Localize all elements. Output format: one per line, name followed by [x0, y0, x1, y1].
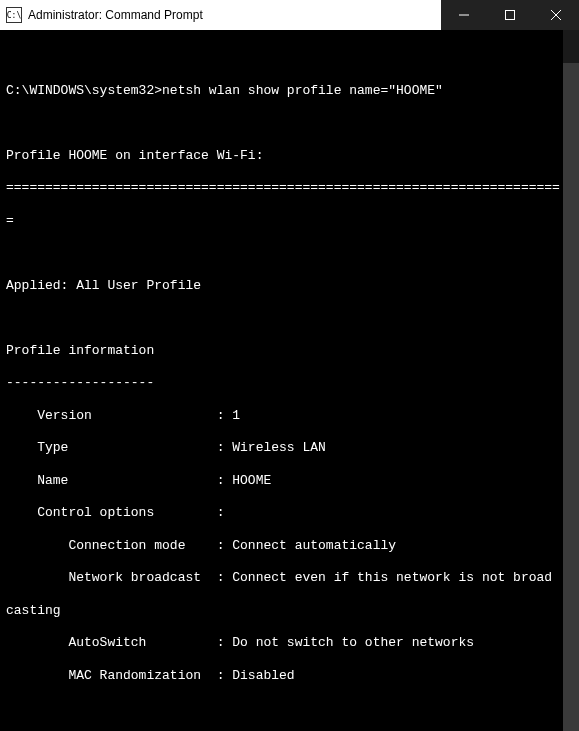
- kv-row: Control options :: [6, 505, 573, 521]
- window-title: Administrator: Command Prompt: [28, 8, 441, 22]
- scrollbar-thumb[interactable]: [563, 63, 579, 732]
- section-header: Profile information: [6, 343, 573, 359]
- command-text: netsh wlan show profile name="HOOME": [162, 83, 443, 98]
- svg-rect-1: [506, 11, 515, 20]
- kv-row: Network broadcast : Connect even if this…: [6, 570, 573, 586]
- cmd-icon: C:\: [6, 7, 22, 23]
- prompt-line: C:\WINDOWS\system32>netsh wlan show prof…: [6, 83, 573, 99]
- blank-line: [6, 700, 573, 716]
- vertical-scrollbar[interactable]: [563, 30, 579, 731]
- terminal-output[interactable]: C:\WINDOWS\system32>netsh wlan show prof…: [0, 30, 579, 731]
- kv-row: MAC Randomization : Disabled: [6, 668, 573, 684]
- kv-row: Name : HOOME: [6, 473, 573, 489]
- applied-line: Applied: All User Profile: [6, 278, 573, 294]
- maximize-button[interactable]: [487, 0, 533, 30]
- separator-wrap: =: [6, 213, 573, 229]
- kv-row: AutoSwitch : Do not switch to other netw…: [6, 635, 573, 651]
- minimize-button[interactable]: [441, 0, 487, 30]
- blank-line: [6, 115, 573, 131]
- window-titlebar: C:\ Administrator: Command Prompt: [0, 0, 579, 30]
- output-header: Profile HOOME on interface Wi-Fi:: [6, 148, 573, 164]
- blank-line: [6, 245, 573, 261]
- blank-line: [6, 50, 573, 66]
- kv-row: Type : Wireless LAN: [6, 440, 573, 456]
- dashes: -------------------: [6, 375, 573, 391]
- close-button[interactable]: [533, 0, 579, 30]
- kv-row: Version : 1: [6, 408, 573, 424]
- kv-row: Connection mode : Connect automatically: [6, 538, 573, 554]
- kv-row-wrap: casting: [6, 603, 573, 619]
- separator: ========================================…: [6, 180, 573, 196]
- prompt: C:\WINDOWS\system32>: [6, 83, 162, 98]
- blank-line: [6, 310, 573, 326]
- window-controls: [441, 0, 579, 30]
